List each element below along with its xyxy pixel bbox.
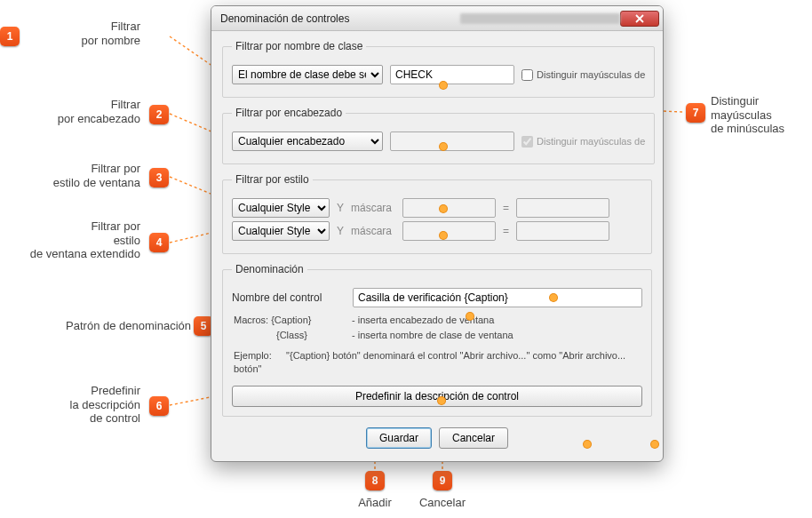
window-title: Denominación de controles — [220, 12, 455, 25]
annot-2-badge: 2 — [149, 105, 169, 124]
callout-dot — [438, 397, 445, 404]
annot-6-badge: 6 — [149, 396, 169, 416]
macros-info: Macros: {Caption} - inserta encabezado d… — [234, 313, 642, 342]
example-text: Ejemplo: "{Caption} botón" denominará el… — [234, 349, 641, 377]
legend-denom: Denominación — [232, 263, 307, 275]
style2-value-input — [516, 221, 609, 241]
cancel-button[interactable]: Cancelar — [439, 427, 508, 449]
annot-9-label: Cancelar — [410, 496, 474, 510]
style-y-label-1: Y — [337, 202, 344, 214]
callout-dot — [440, 143, 447, 150]
title-extra-blurred — [460, 13, 620, 24]
style-eq-label-2: = — [503, 225, 509, 237]
predefine-description-button[interactable]: Predefinir la descripción de control — [232, 386, 642, 407]
annot-4-badge: 4 — [149, 233, 169, 252]
callout-dot — [440, 232, 447, 239]
header-case-checkbox-wrap: Distinguir mayúsculas de — [521, 136, 645, 147]
classname-mode-select[interactable]: El nombre de clase debe ser — [232, 65, 383, 84]
group-denomination: Denominación Nombre del control Macros: … — [222, 263, 652, 417]
style1-value-input — [516, 198, 609, 218]
annot-2-label: Filtrar por encabezado — [0, 98, 140, 125]
style1-mask-input — [402, 198, 496, 218]
control-name-label: Nombre del control — [232, 291, 346, 304]
callout-dot — [584, 441, 591, 448]
style-mask-label-2: máscara — [351, 225, 395, 237]
annot-6-label: Predefinir la descripción de control — [0, 384, 140, 426]
header-case-label: Distinguir mayúsculas de — [537, 136, 645, 147]
legend-style: Filtrar por estilo — [232, 173, 313, 186]
style1-select[interactable]: Cualquier Style — [232, 198, 330, 218]
dialog-button-row: Guardar Cancelar — [222, 427, 652, 449]
annot-8-badge: 8 — [365, 471, 385, 490]
legend-header: Filtrar por encabezado — [232, 107, 346, 119]
group-classname-filter: Filtrar por nombre de clase El nombre de… — [222, 40, 655, 98]
classname-case-checkbox-wrap[interactable]: Distinguir mayúsculas de — [521, 69, 645, 81]
classname-case-checkbox[interactable] — [521, 69, 533, 81]
annot-7-badge: 7 — [686, 103, 705, 123]
close-icon — [635, 14, 644, 23]
annot-5-label: Patrón de denominación — [0, 319, 191, 333]
style-eq-label-1: = — [503, 202, 509, 214]
annot-4-label: Filtrar por estilo de ventana extendido — [0, 219, 140, 261]
classname-text-input[interactable] — [390, 65, 514, 84]
style2-select[interactable]: Cualquier Style — [232, 221, 330, 241]
annot-9-badge: 9 — [433, 471, 452, 490]
dialog-body: Filtrar por nombre de clase El nombre de… — [211, 31, 663, 461]
group-header-filter: Filtrar por encabezado Cualquier encabez… — [222, 107, 655, 164]
callout-dot — [440, 82, 447, 89]
callout-dot — [550, 294, 557, 301]
annot-1-badge: 1 — [0, 27, 20, 46]
classname-case-label: Distinguir mayúsculas de — [537, 69, 645, 80]
annot-8-label: Añadir — [345, 496, 405, 510]
header-case-checkbox — [521, 136, 533, 147]
style-mask-label-1: máscara — [351, 202, 395, 214]
annot-3-label: Filtrar por estilo de ventana — [0, 162, 140, 189]
callout-dot — [466, 313, 474, 320]
header-text-input — [390, 131, 514, 151]
annot-1-label: Filtrar por nombre — [0, 20, 140, 47]
header-mode-select[interactable]: Cualquier encabezado — [232, 131, 383, 151]
callout-dot — [440, 205, 447, 212]
style2-mask-input — [402, 221, 496, 241]
style-y-label-2: Y — [337, 225, 344, 237]
close-button[interactable] — [620, 11, 659, 27]
control-name-input[interactable] — [353, 288, 642, 307]
save-button[interactable]: Guardar — [366, 427, 432, 449]
annot-7-label: Distinguir mayúsculas de minúsculas — [711, 94, 808, 136]
group-style-filter: Filtrar por estilo Cualquier Style Y más… — [222, 173, 652, 254]
titlebar[interactable]: Denominación de controles — [211, 6, 663, 31]
annot-3-badge: 3 — [149, 168, 169, 187]
callout-dot — [651, 441, 658, 448]
dialog-window: Denominación de controles Filtrar por no… — [211, 5, 664, 462]
legend-classname: Filtrar por nombre de clase — [232, 40, 366, 52]
